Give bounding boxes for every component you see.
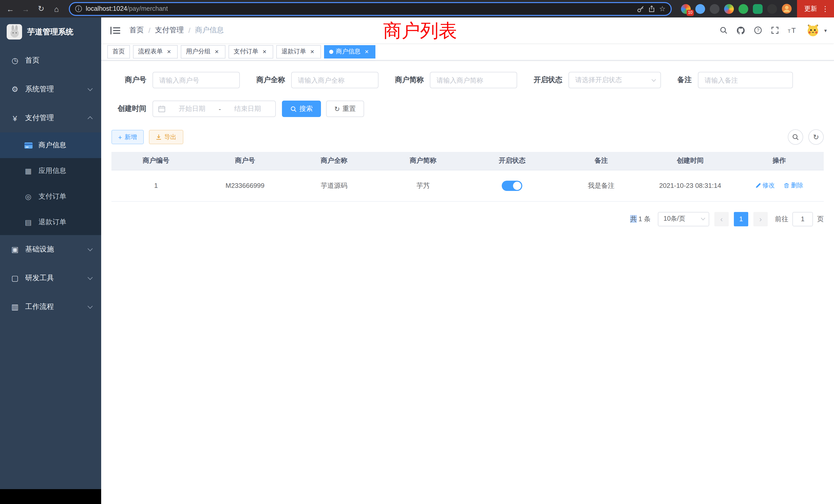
- export-button[interactable]: 导出: [149, 130, 183, 144]
- goto-page-input[interactable]: [792, 212, 813, 226]
- app-logo[interactable]: 芋道管理系统: [0, 18, 101, 46]
- user-avatar[interactable]: [806, 23, 820, 38]
- filter-row-1: 商户号 商户全称 商户简称 开启状态 请选择开启状态: [111, 72, 824, 88]
- table-header-row: 商户编号 商户号 商户全称 商户简称 开启状态 备注 创建时间 操作: [111, 152, 824, 170]
- sidebar-item-pay[interactable]: ¥ 支付管理: [0, 104, 101, 132]
- col-header-short-name: 商户简称: [378, 152, 467, 170]
- sidebar-item-infra[interactable]: ▣ 基础设施: [0, 235, 101, 264]
- svg-text:T: T: [788, 29, 791, 34]
- share-icon[interactable]: [649, 5, 656, 13]
- remark-input[interactable]: [698, 72, 793, 88]
- close-icon[interactable]: ×: [261, 48, 268, 55]
- sidebar-item-label: 系统管理: [25, 85, 85, 94]
- search-button[interactable]: 搜索: [282, 100, 321, 117]
- tab-user-group[interactable]: 用户分组 ×: [181, 45, 225, 58]
- browser-toolbar: ← → ↻ ⌂ localhost:1024/pay/merchant ☆ 10: [0, 0, 834, 18]
- page-size-select[interactable]: 10条/页: [658, 212, 709, 226]
- password-key-icon[interactable]: [637, 5, 645, 13]
- sidebar-item-label: 工作流程: [25, 302, 85, 312]
- extension-icon-3[interactable]: [710, 4, 720, 14]
- filter-status: 开启状态 请选择开启状态: [533, 72, 661, 88]
- sidebar-item-app-info[interactable]: ▦ 应用信息: [0, 158, 101, 184]
- github-icon[interactable]: [737, 26, 745, 35]
- sidebar-item-label: 商户信息: [39, 141, 92, 150]
- sidebar-item-pay-order[interactable]: ◎ 支付订单: [0, 184, 101, 209]
- extension-icon-6[interactable]: [753, 4, 763, 14]
- close-icon[interactable]: ×: [213, 48, 220, 55]
- breadcrumb-home[interactable]: 首页: [129, 26, 144, 35]
- total-prefix-selected: 共: [630, 215, 637, 223]
- toggle-search-button[interactable]: [788, 129, 803, 145]
- create-time-range-picker[interactable]: 开始日期 - 结束日期: [153, 100, 276, 117]
- extension-icon-7[interactable]: [767, 4, 777, 14]
- merchant-no-input[interactable]: [153, 72, 240, 88]
- caret-down-icon[interactable]: ▾: [824, 27, 827, 33]
- filter-short-name: 商户简称: [395, 72, 517, 88]
- bank-card-icon: [23, 142, 34, 148]
- filter-merchant-no: 商户号: [111, 72, 240, 88]
- extension-icon-4[interactable]: [724, 4, 734, 14]
- tab-process-form[interactable]: 流程表单 ×: [133, 45, 178, 58]
- calendar-icon: [158, 105, 166, 112]
- search-icon[interactable]: [720, 26, 728, 35]
- edit-link[interactable]: 修改: [755, 181, 775, 190]
- close-icon[interactable]: ×: [309, 48, 316, 55]
- cell-short-name: 芋艿: [378, 170, 467, 201]
- close-icon[interactable]: ×: [363, 48, 370, 55]
- bookmark-star-icon[interactable]: ☆: [659, 5, 665, 12]
- dashboard-icon: ◷: [9, 56, 21, 65]
- browser-update-button[interactable]: 更新 ⋮: [797, 0, 834, 18]
- trash-icon: [784, 183, 789, 188]
- sidebar-item-merchant-info[interactable]: 商户信息: [0, 132, 101, 158]
- browser-home-button[interactable]: ⌂: [49, 2, 64, 16]
- browser-reload-button[interactable]: ↻: [34, 2, 48, 16]
- svg-text:T: T: [791, 26, 796, 35]
- browser-profile-avatar[interactable]: [782, 4, 792, 14]
- status-toggle[interactable]: [502, 180, 522, 191]
- reload-icon: ↻: [38, 4, 44, 13]
- help-icon[interactable]: ?: [754, 26, 762, 35]
- sidebar-item-system[interactable]: ⚙ 系统管理: [0, 75, 101, 104]
- tab-refund-order[interactable]: 退款订单 ×: [276, 45, 321, 58]
- breadcrumb-pay-management[interactable]: 支付管理: [155, 26, 184, 35]
- extension-icon-5[interactable]: [739, 4, 748, 14]
- fullscreen-icon[interactable]: [771, 26, 779, 35]
- close-icon[interactable]: ×: [166, 48, 173, 55]
- toolbox-icon: ▢: [9, 274, 21, 283]
- breadcrumb-separator: /: [189, 26, 191, 35]
- tab-merchant-info[interactable]: 商户信息 ×: [324, 45, 375, 58]
- sidebar-item-label: 研发工具: [25, 274, 85, 283]
- refresh-table-button[interactable]: ↻: [808, 129, 824, 145]
- status-select[interactable]: 请选择开启状态: [569, 72, 661, 88]
- reset-button[interactable]: ↻ 重置: [326, 100, 364, 117]
- chevron-down-icon: [701, 216, 705, 221]
- tab-pay-order[interactable]: 支付订单 ×: [228, 45, 273, 58]
- site-info-icon[interactable]: [75, 5, 82, 12]
- full-name-input[interactable]: [291, 72, 378, 88]
- short-name-input[interactable]: [430, 72, 517, 88]
- refresh-icon: ↻: [813, 134, 819, 141]
- extension-icon-2[interactable]: [695, 4, 705, 14]
- cell-create-time: 2021-10-23 08:31:14: [646, 170, 735, 201]
- url-text: localhost:1024/pay/merchant: [86, 5, 168, 12]
- browser-forward-button[interactable]: →: [19, 2, 33, 16]
- extension-icon-1[interactable]: 10: [681, 4, 691, 14]
- browser-back-button[interactable]: ←: [3, 2, 18, 16]
- address-bar[interactable]: localhost:1024/pay/merchant ☆: [69, 2, 672, 16]
- page-content: 商户号 商户全称 商户简称 开启状态 请选择开启状态: [101, 61, 834, 226]
- browser-menu-icon[interactable]: ⋮: [822, 5, 829, 12]
- sidebar-item-home[interactable]: ◷ 首页: [0, 46, 101, 75]
- sidebar-item-refund-order[interactable]: ▤ 退款订单: [0, 209, 101, 235]
- hamburger-icon[interactable]: [108, 26, 122, 35]
- sidebar-item-devtools[interactable]: ▢ 研发工具: [0, 264, 101, 293]
- next-page-button[interactable]: ›: [753, 212, 768, 226]
- col-header-status: 开启状态: [467, 152, 557, 170]
- tab-home[interactable]: 首页: [107, 45, 130, 58]
- delete-link[interactable]: 删除: [784, 181, 803, 190]
- font-size-icon[interactable]: TT: [788, 26, 797, 35]
- page-1-button[interactable]: 1: [734, 212, 748, 226]
- col-header-remark: 备注: [557, 152, 646, 170]
- sidebar-item-workflow[interactable]: ▥ 工作流程: [0, 293, 101, 321]
- prev-page-button[interactable]: ‹: [714, 212, 729, 226]
- add-button[interactable]: + 新增: [111, 130, 144, 144]
